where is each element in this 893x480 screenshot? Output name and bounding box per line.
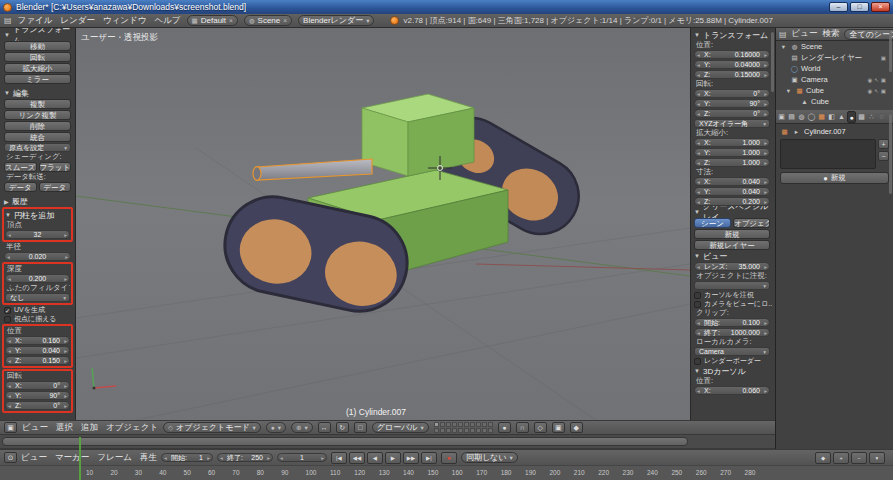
tab-render-layers[interactable]: ▤ <box>787 111 796 123</box>
close-button[interactable]: × <box>871 2 890 12</box>
rotation-x-field[interactable]: X:0° <box>5 381 70 390</box>
menu-item[interactable]: 追加 <box>81 422 98 434</box>
outliner-row-scene[interactable]: ▾ ◍ Scene <box>776 41 893 52</box>
keying-options-icon[interactable]: ▾ <box>869 452 885 464</box>
scrollbar[interactable] <box>889 32 892 72</box>
translate-manipulator-icon[interactable]: ↔ <box>318 422 331 433</box>
mirror-button[interactable]: ミラー <box>4 74 71 84</box>
gp-scene-toggle[interactable]: シーン <box>694 218 731 228</box>
tab-render[interactable]: ▣ <box>777 111 786 123</box>
sync-dropdown[interactable]: 同期しない ▾ <box>461 452 518 463</box>
tab-world[interactable]: ◯ <box>807 111 816 123</box>
tab-particles[interactable]: ∴ <box>867 111 876 123</box>
join-button[interactable]: 統合 <box>4 132 71 142</box>
menu-item[interactable]: ビュー <box>21 452 47 464</box>
snap-magnet-icon[interactable]: ∩ <box>516 422 529 433</box>
lock-object-field[interactable] <box>694 281 770 290</box>
lock-camera-checkbox[interactable]: カメラをビューにロ.. <box>694 300 770 308</box>
outliner-display-dropdown[interactable]: 全てのシーン ▾ <box>844 29 893 40</box>
scale-manipulator-icon[interactable]: □ <box>354 422 367 433</box>
dimension-y-field[interactable]: Y:0.040 <box>694 187 770 196</box>
lens-field[interactable]: レンズ:35.000 <box>694 262 770 271</box>
timeline-editor-icon[interactable]: ⊙ <box>4 452 17 463</box>
edit-panel-header[interactable]: ▼編集 <box>4 88 71 98</box>
outliner-row-renderlayers[interactable]: ▤ レンダーレイヤー ▣ <box>776 52 893 63</box>
layer-grid[interactable] <box>434 422 493 433</box>
scale-button[interactable]: 拡大縮小 <box>4 63 71 73</box>
transport-button[interactable]: ▶| <box>421 452 437 464</box>
cap-fill-dropdown[interactable]: なし <box>5 293 70 302</box>
outliner-view-menu[interactable]: ビュー <box>792 28 818 40</box>
eye-icon[interactable]: ◉ <box>867 88 872 94</box>
transport-button[interactable]: |◀ <box>331 452 347 464</box>
selected-cylinder-barrel[interactable] <box>253 159 372 180</box>
tab-scene[interactable]: ◍ <box>797 111 806 123</box>
vertices-field[interactable]: 32 <box>5 230 70 239</box>
opengl-render-anim-icon[interactable]: ◆ <box>570 422 583 433</box>
snap-element-icon[interactable]: ◇ <box>534 422 547 433</box>
tank-turret[interactable] <box>362 94 474 176</box>
scrollbar[interactable] <box>889 114 892 194</box>
frame-start-field[interactable]: 開始: 1 <box>161 453 213 462</box>
outliner-row-cube-mesh[interactable]: ▲ Cube <box>776 96 893 107</box>
tab-modifiers[interactable]: ◧ <box>827 111 836 123</box>
location-z-field[interactable]: Z:0.15000 <box>694 70 770 79</box>
shading-dropdown[interactable]: ●▾ <box>266 422 286 433</box>
screen-layout-selector[interactable]: ▦ Default × <box>187 15 238 26</box>
transform-panel-header[interactable]: ▼トランスフォーム <box>4 30 71 40</box>
rotation-z-field[interactable]: Z:0° <box>5 401 70 410</box>
editor-type-icon[interactable]: ▤ <box>4 16 12 25</box>
keying-set-icon[interactable]: ◆ <box>815 452 831 464</box>
align-to-view-checkbox[interactable]: 視点に揃える <box>4 315 71 323</box>
expand-icon[interactable]: ▾ <box>784 87 793 95</box>
render-border-checkbox[interactable]: レンダーボーダー <box>694 357 770 365</box>
location-x-field[interactable]: X:0.16000 <box>694 50 770 59</box>
close-scene-icon[interactable]: × <box>283 17 287 24</box>
menu-item[interactable]: ウィンドウ <box>103 15 147 27</box>
scale-z-field[interactable]: Z:1.000 <box>694 158 770 167</box>
current-frame-field[interactable]: 1 <box>277 453 327 462</box>
location-x-field[interactable]: X:0.160 <box>5 336 70 345</box>
delete-keyframe-icon[interactable]: − <box>851 452 867 464</box>
orientation-dropdown[interactable]: グローバル ▾ <box>372 422 429 433</box>
scene-selector[interactable]: ◍ Scene × <box>244 15 292 26</box>
outliner-row-world[interactable]: ◯ World <box>776 63 893 74</box>
tab-object[interactable]: ▦ <box>817 111 826 123</box>
select-icon[interactable]: ↖ <box>874 88 879 94</box>
current-frame-indicator[interactable] <box>79 437 81 480</box>
auto-keyframe-record-icon[interactable]: ● <box>441 452 457 464</box>
transport-button[interactable]: ▶▶ <box>403 452 419 464</box>
rotate-manipulator-icon[interactable]: ↻ <box>336 422 349 433</box>
menu-item[interactable]: オブジェクト <box>106 422 158 434</box>
tank-model[interactable] <box>216 94 593 320</box>
maximize-button[interactable]: □ <box>850 2 869 12</box>
opengl-render-icon[interactable]: ▣ <box>552 422 565 433</box>
viewport-canvas[interactable] <box>76 28 690 420</box>
gp-new-button[interactable]: 新規 <box>694 229 770 239</box>
cursor-panel-header[interactable]: ▼3Dカーソル <box>694 366 770 376</box>
location-y-field[interactable]: Y:0.040 <box>5 346 70 355</box>
view-panel-header[interactable]: ▼ビュー <box>694 251 770 261</box>
gp-new-layer-button[interactable]: 新規レイヤー <box>694 240 770 250</box>
location-z-field[interactable]: Z:0.150 <box>5 356 70 365</box>
dimension-x-field[interactable]: X:0.040 <box>694 177 770 186</box>
transform-panel-header[interactable]: ▼トランスフォーム <box>694 30 770 40</box>
history-panel-header[interactable]: ▶履歴 <box>4 196 71 206</box>
menu-item[interactable]: ヘルプ <box>154 15 180 27</box>
render-visibility-icon[interactable]: ▣ <box>881 88 886 94</box>
menu-item[interactable]: 選択 <box>56 422 73 434</box>
tab-object-data[interactable]: ▲ <box>837 111 846 123</box>
dimension-z-field[interactable]: Z:0.200 <box>694 197 770 206</box>
delete-button[interactable]: 削除 <box>4 121 71 131</box>
lock-icon[interactable]: ● <box>498 422 511 433</box>
render-engine-selector[interactable]: Blenderレンダー ▾ <box>298 15 374 26</box>
render-visibility-icon[interactable]: ▣ <box>881 77 886 83</box>
cursor-x-field[interactable]: X:0.060 <box>694 386 770 395</box>
scale-y-field[interactable]: Y:1.000 <box>694 148 770 157</box>
tab-material[interactable]: ● <box>847 111 856 123</box>
editor-type-icon[interactable]: ▣ <box>4 422 17 433</box>
smooth-button[interactable]: スムーズ <box>4 162 37 172</box>
insert-keyframe-icon[interactable]: + <box>833 452 849 464</box>
lock-cursor-checkbox[interactable]: カーソルを注視 <box>694 291 770 299</box>
material-slot-list[interactable] <box>780 139 876 169</box>
